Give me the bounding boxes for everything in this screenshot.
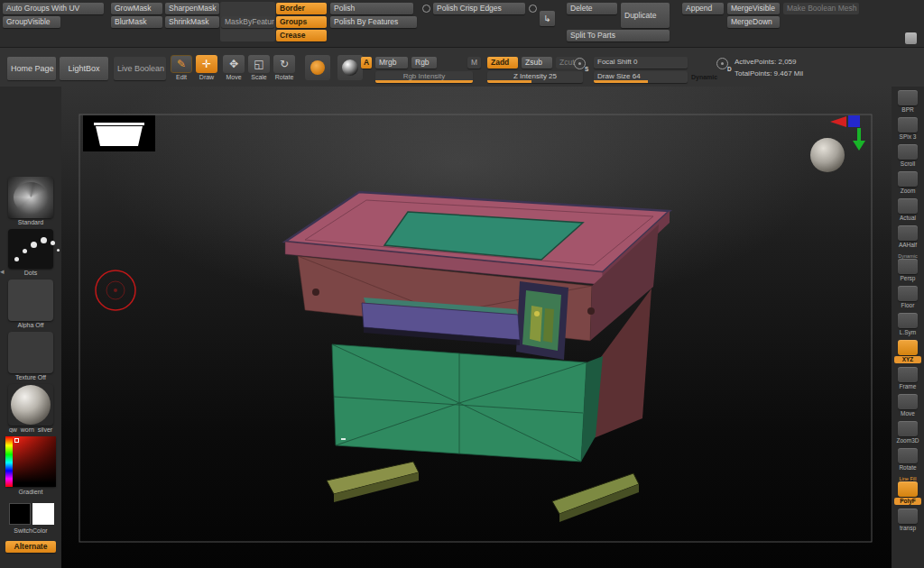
material-sphere-icon [342,60,358,76]
rotate3d-button[interactable]: Rotate [892,448,924,472]
border-button[interactable]: Border [276,3,327,14]
move3d-icon [898,394,918,409]
zsub-button[interactable]: Zsub [522,57,552,69]
lightbox-button[interactable]: LightBox [60,57,108,80]
split-to-parts-button[interactable]: Split To Parts [567,30,670,41]
branch-arrow-button[interactable]: ↳ [540,11,555,26]
texture-thumbnail[interactable] [8,332,53,373]
frame-button[interactable]: Frame [892,367,924,390]
color-picker[interactable] [5,436,56,487]
brush-thumbnail[interactable] [8,177,53,218]
floor-icon [898,286,918,301]
viewport[interactable] [61,87,892,568]
cap-preview-sphere [810,138,845,172]
merge-down-button[interactable]: MergeDown [727,16,780,28]
home-page-button[interactable]: Home Page [7,57,56,80]
auto-groups-with-uv-button[interactable]: Auto Groups With UV [3,3,104,14]
secondary-color-swatch[interactable] [32,503,54,525]
lsym-icon [898,313,918,328]
append-button[interactable]: Append [682,3,724,14]
persp-button[interactable]: DynamicPersp [892,252,924,282]
aahalf-button[interactable]: AAHalf [892,225,924,249]
stroke-thumbnail[interactable] [8,229,53,269]
crease-button[interactable]: Crease [276,30,327,41]
draw-icon: ✛ [196,55,217,73]
spix-icon [898,117,918,133]
zoom3d-icon [898,421,918,436]
main-color-swatch[interactable] [9,503,31,525]
edit-button[interactable]: ✎ Edit [170,55,193,80]
local-symmetry-button[interactable]: L.Sym [892,313,924,336]
duplicate-button[interactable]: Duplicate [621,3,670,28]
rotate-button[interactable]: ↻ Rotate [273,55,296,80]
texture-label: Texture Off [0,374,61,380]
material-thumbnail[interactable] [8,384,53,426]
x-axis-icon[interactable] [830,116,846,127]
scale-button[interactable]: ◱ Scale [247,55,271,80]
document-thumbnail [83,115,155,151]
model-bolt-left [312,289,319,296]
zoom-button[interactable]: Zoom [892,171,924,195]
persp-icon [898,259,918,274]
model-dumpster[interactable] [285,192,670,522]
mask-by-feature-button[interactable]: MaskByFeature [221,16,274,28]
floor-button[interactable]: Floor [892,286,924,309]
material-sphere-button[interactable] [337,55,363,80]
alpha-thumbnail[interactable] [8,279,53,321]
draw-button[interactable]: ✛ Draw [195,55,218,80]
dynamic-toggle[interactable]: Dynamic [691,74,717,80]
alpha-label: Alpha Off [0,322,61,328]
transparency-button[interactable]: transp [892,508,924,532]
left-collapse-arrow[interactable]: ◂ [0,267,5,276]
polish-by-features-button[interactable]: Polish By Features [330,16,417,28]
model-bolt-right [587,307,595,315]
total-points-readout: TotalPoints: 9.467 Mil [735,69,803,78]
group-visible-button[interactable]: GroupVisible [3,16,60,28]
model-pocket-dot [534,311,540,316]
shrink-mask-button[interactable]: ShrinkMask [165,16,219,28]
move3d-button[interactable]: Move [892,394,924,417]
draw-size-slider[interactable]: Draw Size 64 [594,71,688,83]
dock-corner-icon[interactable] [905,32,917,44]
z-axis-icon[interactable] [848,115,860,127]
sharpen-mask-button[interactable]: SharpenMask [165,3,219,14]
zbrush-window: Auto Groups With UV GroupVisible GrowMas… [0,0,924,568]
polish-toggle-dot[interactable] [422,5,430,13]
xyz-symmetry-button[interactable]: XYZ [892,340,924,363]
scale-icon: ◱ [248,55,270,73]
scroll-icon [898,144,918,160]
hue-strip[interactable] [5,436,13,487]
live-boolean-button[interactable]: Live Boolean [114,57,166,80]
delete-button[interactable]: Delete [567,3,617,14]
polish-button[interactable]: Polish [330,3,413,14]
actual-button[interactable]: Actual [892,198,924,222]
polish-crisp-edges-button[interactable]: Polish Crisp Edges [433,3,525,14]
mrgb-button[interactable]: Mrgb [375,57,408,69]
m-badge[interactable]: M [467,57,481,69]
rgb-intensity-slider[interactable]: Rgb Intensity [375,71,473,83]
bpr-button[interactable]: BPR [892,90,924,114]
a-badge[interactable]: A [361,57,372,69]
alternate-button[interactable]: Alternate [5,541,56,553]
rgb-button[interactable]: Rgb [411,57,437,69]
zoom3d-button[interactable]: Zoom3D [892,421,924,444]
material-sphere [11,385,51,425]
groups-button[interactable]: Groups [276,16,327,28]
y-axis-icon[interactable] [853,141,865,151]
saturation-square[interactable] [13,436,56,487]
merge-visible-button[interactable]: MergeVisible [727,3,780,14]
zadd-button[interactable]: Zadd [487,57,518,69]
focal-shift-slider[interactable]: Focal Shift 0 [594,57,688,69]
stroke-dot-button[interactable] [305,55,330,80]
polyframe-button[interactable]: Line FillPolyF [892,475,924,505]
active-points-readout: ActivePoints: 2,059 [735,58,796,66]
move-icon: ✥ [223,55,245,73]
move-button[interactable]: ✥ Move [222,55,245,80]
grow-mask-button[interactable]: GrowMask [111,3,162,14]
scroll-button[interactable]: Scroll [892,144,924,168]
polish-crisp-toggle-dot[interactable] [529,5,537,13]
polyframe-icon [898,481,918,497]
spix-slider[interactable]: SPix 3 [892,117,924,141]
blur-mask-button[interactable]: BlurMask [111,16,162,28]
z-intensity-slider[interactable]: Z Intensity 25 [487,71,583,83]
